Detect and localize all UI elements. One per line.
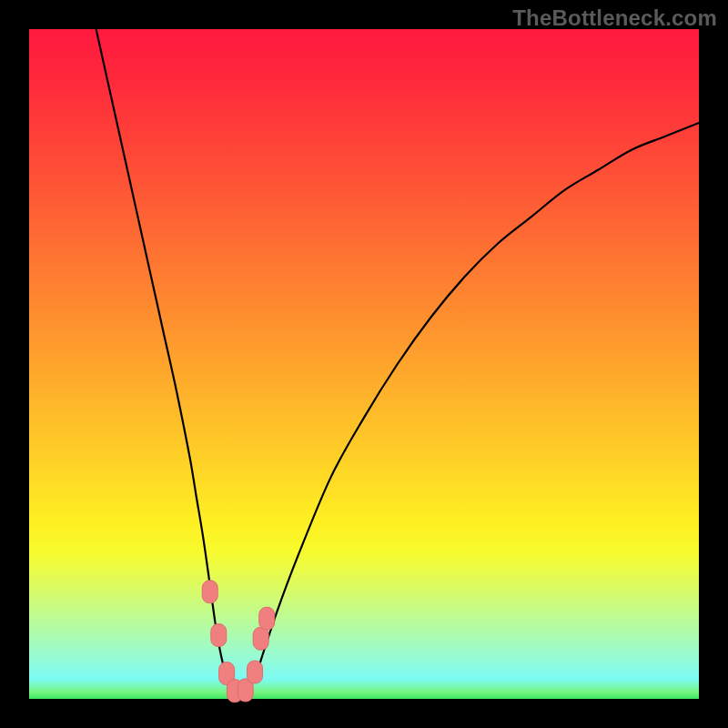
- curve-markers: [202, 581, 275, 703]
- marker-dot: [253, 627, 268, 650]
- marker-dot: [211, 624, 227, 647]
- marker-dot: [259, 607, 275, 630]
- outer-frame: TheBottleneck.com: [0, 0, 728, 728]
- marker-dot: [202, 581, 217, 603]
- plot-area: [29, 29, 699, 699]
- bottleneck-curve: [96, 29, 699, 693]
- brand-watermark: TheBottleneck.com: [512, 5, 717, 31]
- chart-svg: [29, 29, 699, 699]
- marker-dot: [248, 661, 263, 683]
